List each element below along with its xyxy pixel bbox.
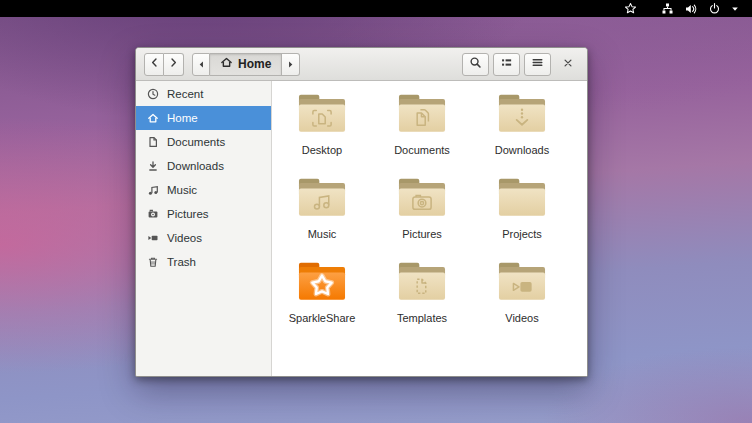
forward-button[interactable] [164,53,184,76]
file-label: Videos [505,312,538,324]
folder-icon [395,175,449,224]
system-top-bar [0,0,752,17]
network-tree-icon[interactable] [656,0,679,17]
file-item-templates[interactable]: Templates [372,259,472,343]
file-item-documents[interactable]: Documents [372,91,472,175]
window-body: RecentHomeDocumentsDownloadsMusicPicture… [136,81,587,376]
file-item-videos[interactable]: Videos [472,259,572,343]
sidebar-item-pictures[interactable]: Pictures [136,202,271,226]
favorites-star-icon[interactable] [619,0,642,17]
chevron-right-icon [167,56,180,72]
sidebar-item-documents[interactable]: Documents [136,130,271,154]
file-grid: Desktop Documents Downloads Music Pictur… [272,81,587,376]
path-scroll-left-icon [197,57,206,72]
file-item-sparkleshare[interactable]: SparkleShare [272,259,372,343]
file-label: Pictures [402,228,442,240]
file-item-music[interactable]: Music [272,175,372,259]
video-icon [147,232,159,244]
sidebar-item-label: Music [167,184,197,196]
file-label: Music [308,228,337,240]
headerbar-right-group [462,53,579,76]
path-bar: Home [192,53,300,76]
home-icon [147,112,159,124]
folder-icon [495,175,549,224]
sidebar-item-downloads[interactable]: Downloads [136,154,271,178]
home-icon [220,56,233,72]
search-icon [469,56,482,72]
file-item-projects[interactable]: Projects [472,175,572,259]
file-label: Desktop [302,144,342,156]
file-label: Projects [502,228,542,240]
sidebar-item-label: Recent [167,88,203,100]
camera-icon [147,208,159,220]
folder-icon [295,175,349,224]
menu-icon [531,56,544,72]
file-item-downloads[interactable]: Downloads [472,91,572,175]
sidebar-item-label: Documents [167,136,225,148]
file-label: Documents [394,144,450,156]
path-scroll-left-button[interactable] [192,53,210,76]
sidebar-item-home[interactable]: Home [136,106,271,130]
trash-icon [147,256,159,268]
folder-icon [395,91,449,140]
file-label: Templates [397,312,447,324]
file-label: SparkleShare [289,312,356,324]
sidebar-item-label: Home [167,112,198,124]
close-icon [562,57,574,72]
sidebar-item-label: Downloads [167,160,224,172]
chevron-left-icon [148,56,161,72]
volume-icon[interactable] [679,0,703,17]
file-item-desktop[interactable]: Desktop [272,91,372,175]
sidebar: RecentHomeDocumentsDownloadsMusicPicture… [136,81,272,376]
sidebar-item-trash[interactable]: Trash [136,250,271,274]
path-scroll-right-icon [286,57,295,72]
path-home-button[interactable]: Home [210,53,282,76]
sidebar-item-videos[interactable]: Videos [136,226,271,250]
power-icon[interactable] [703,0,726,17]
view-list-button[interactable] [493,53,520,76]
view-list-icon [500,56,513,72]
path-home-label: Home [238,57,271,71]
sidebar-item-label: Pictures [167,208,209,220]
sidebar-item-label: Videos [167,232,202,244]
path-scroll-right-button[interactable] [282,53,300,76]
files-window: Home RecentHomeDocumentsDownloadsMusicPi… [135,47,588,377]
folder-icon [395,259,449,308]
file-label: Downloads [495,144,549,156]
folder-icon [295,91,349,140]
file-item-pictures[interactable]: Pictures [372,175,472,259]
sidebar-item-label: Trash [167,256,196,268]
folder-icon [495,259,549,308]
nav-button-group [144,53,184,76]
back-button[interactable] [144,53,164,76]
sidebar-item-music[interactable]: Music [136,178,271,202]
document-icon [147,136,159,148]
close-button[interactable] [557,53,579,76]
clock-icon [147,88,159,100]
chevron-down-icon[interactable] [726,0,744,17]
music-note-icon [147,184,159,196]
download-icon [147,160,159,172]
search-button[interactable] [462,53,489,76]
sidebar-item-recent[interactable]: Recent [136,82,271,106]
headerbar: Home [136,48,587,81]
menu-button[interactable] [524,53,551,76]
sparkleshare-folder-icon [295,259,349,308]
folder-icon [495,91,549,140]
